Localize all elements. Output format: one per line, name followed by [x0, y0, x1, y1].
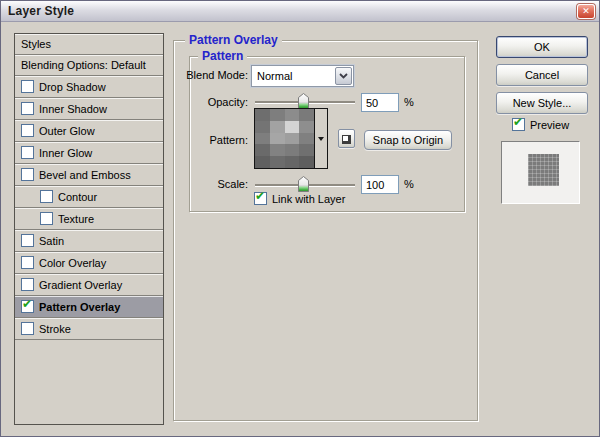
link-with-layer-checkbox[interactable]: ✔: [254, 192, 267, 205]
opacity-input[interactable]: [361, 93, 399, 112]
pattern-swatch-cell: [270, 133, 285, 145]
pattern-swatch-cell: [285, 121, 300, 133]
sidebar-item-inner-glow[interactable]: ✔ Inner Glow: [15, 142, 163, 164]
pattern-swatch-cell: [285, 133, 300, 145]
sidebar-item-outer-glow[interactable]: ✔ Outer Glow: [15, 120, 163, 142]
sidebar-item-label: Outer Glow: [39, 125, 95, 137]
sidebar-item-pattern-overlay[interactable]: ✔ Pattern Overlay: [15, 296, 163, 318]
opacity-label: Opacity:: [151, 96, 248, 108]
check-icon: ✔: [22, 298, 32, 311]
pattern-swatch-cell: [299, 109, 314, 121]
sidebar-item-label: Texture: [58, 213, 94, 225]
pattern-swatch-cell: [255, 109, 270, 121]
title-bar[interactable]: Layer Style ✕: [1, 1, 599, 22]
dialog-title: Layer Style: [8, 4, 74, 18]
sidebar-item-label: Bevel and Emboss: [39, 169, 131, 181]
sidebar-item-label: Blending Options: Default: [21, 59, 146, 71]
sidebar-item-styles[interactable]: Styles: [15, 34, 163, 55]
pattern-swatch-cell: [270, 156, 285, 168]
snap-to-origin-button[interactable]: Snap to Origin: [364, 130, 452, 150]
sidebar-empty-area: [15, 340, 163, 424]
pattern-swatch-grid[interactable]: [255, 109, 314, 168]
sidebar-item-bevel-and-emboss[interactable]: ✔ Bevel and Emboss: [15, 164, 163, 186]
sidebar-item-texture[interactable]: ✔ Texture: [15, 208, 163, 230]
pattern-swatch-cell: [255, 144, 270, 156]
link-with-layer-label: Link with Layer: [272, 193, 345, 205]
sidebar-item-blending-options[interactable]: Blending Options: Default: [15, 55, 163, 76]
pattern-swatch-cell: [285, 109, 300, 121]
preview-checkbox[interactable]: ✔: [512, 118, 525, 131]
inner-glow-checkbox[interactable]: ✔: [21, 146, 34, 159]
sidebar-item-label: Inner Shadow: [39, 103, 107, 115]
stroke-checkbox[interactable]: ✔: [21, 322, 34, 335]
drop-shadow-checkbox[interactable]: ✔: [21, 80, 34, 93]
close-icon[interactable]: ✕: [577, 4, 595, 19]
blend-mode-value: Normal: [252, 70, 334, 82]
contour-checkbox[interactable]: ✔: [40, 190, 53, 203]
pattern-label: Pattern:: [151, 134, 248, 146]
scale-unit: %: [404, 178, 414, 190]
group-title: Pattern Overlay: [185, 33, 282, 47]
pattern-dropdown-arrow-icon[interactable]: [314, 109, 327, 168]
sidebar-item-satin[interactable]: ✔ Satin: [15, 230, 163, 252]
pattern-swatch-cell: [255, 121, 270, 133]
pattern-swatch-cell: [270, 109, 285, 121]
preview-label: Preview: [530, 119, 569, 131]
sidebar-item-stroke[interactable]: ✔ Stroke: [15, 318, 163, 340]
scale-label: Scale:: [151, 178, 248, 190]
pattern-swatch-cell: [285, 144, 300, 156]
sidebar-item-color-overlay[interactable]: ✔ Color Overlay: [15, 252, 163, 274]
scale-slider-thumb[interactable]: [298, 176, 309, 192]
sidebar-item-label: Inner Glow: [39, 147, 92, 159]
new-style-button[interactable]: New Style...: [496, 92, 588, 114]
sidebar-item-label: Gradient Overlay: [39, 279, 122, 291]
pattern-swatch-cell: [299, 133, 314, 145]
new-pattern-icon: [342, 135, 351, 144]
pattern-picker[interactable]: [254, 108, 328, 169]
sidebar-item-label: Satin: [39, 235, 64, 247]
layer-style-dialog: Layer Style ✕ Styles Blending Options: D…: [0, 0, 600, 437]
sidebar-item-label: Styles: [21, 38, 51, 50]
pattern-swatch-cell: [299, 156, 314, 168]
bevel-emboss-checkbox[interactable]: ✔: [21, 168, 34, 181]
sidebar-item-label: Pattern Overlay: [39, 301, 120, 313]
subgroup-title: Pattern: [198, 49, 247, 63]
sidebar-item-gradient-overlay[interactable]: ✔ Gradient Overlay: [15, 274, 163, 296]
check-icon: ✔: [513, 116, 523, 129]
cancel-button[interactable]: Cancel: [496, 64, 588, 86]
satin-checkbox[interactable]: ✔: [21, 234, 34, 247]
new-pattern-button[interactable]: [338, 129, 355, 148]
gradient-overlay-checkbox[interactable]: ✔: [21, 278, 34, 291]
chevron-down-icon[interactable]: [335, 67, 352, 85]
inner-shadow-checkbox[interactable]: ✔: [21, 102, 34, 115]
sidebar-item-drop-shadow[interactable]: ✔ Drop Shadow: [15, 76, 163, 98]
sidebar-item-contour[interactable]: ✔ Contour: [15, 186, 163, 208]
pattern-swatch-cell: [270, 144, 285, 156]
texture-checkbox[interactable]: ✔: [40, 212, 53, 225]
blend-mode-label: Blend Mode:: [151, 69, 248, 81]
ok-button[interactable]: OK: [496, 36, 588, 58]
sidebar-item-inner-shadow[interactable]: ✔ Inner Shadow: [15, 98, 163, 120]
sidebar-item-label: Stroke: [39, 323, 71, 335]
blend-mode-select[interactable]: Normal: [251, 65, 354, 87]
pattern-swatch-cell: [255, 156, 270, 168]
sidebar-item-label: Color Overlay: [39, 257, 106, 269]
pattern-swatch-cell: [270, 121, 285, 133]
outer-glow-checkbox[interactable]: ✔: [21, 124, 34, 137]
opacity-slider-thumb[interactable]: [298, 93, 309, 109]
pattern-swatch-cell: [285, 156, 300, 168]
color-overlay-checkbox[interactable]: ✔: [21, 256, 34, 269]
sidebar-item-label: Drop Shadow: [39, 81, 106, 93]
styles-list: Styles Blending Options: Default ✔ Drop …: [14, 33, 164, 425]
pattern-swatch-cell: [299, 121, 314, 133]
preview-thumbnail: [501, 141, 580, 204]
check-icon: ✔: [255, 190, 265, 203]
opacity-unit: %: [404, 96, 414, 108]
sidebar-item-label: Contour: [58, 191, 97, 203]
pattern-swatch-cell: [299, 144, 314, 156]
pattern-swatch-cell: [255, 133, 270, 145]
preview-pattern-swatch: [528, 154, 559, 186]
pattern-overlay-checkbox[interactable]: ✔: [21, 300, 34, 313]
scale-input[interactable]: [361, 175, 399, 194]
